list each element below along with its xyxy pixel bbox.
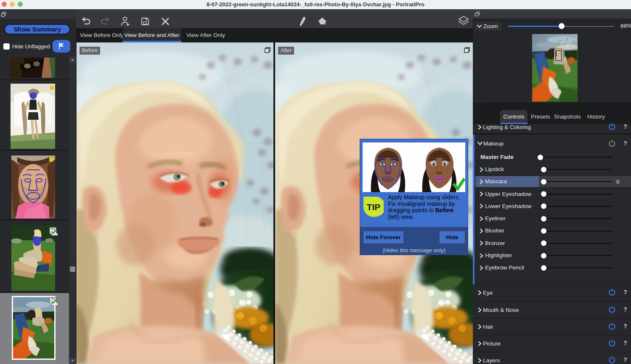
svg-text:TIP: TIP <box>367 202 381 212</box>
